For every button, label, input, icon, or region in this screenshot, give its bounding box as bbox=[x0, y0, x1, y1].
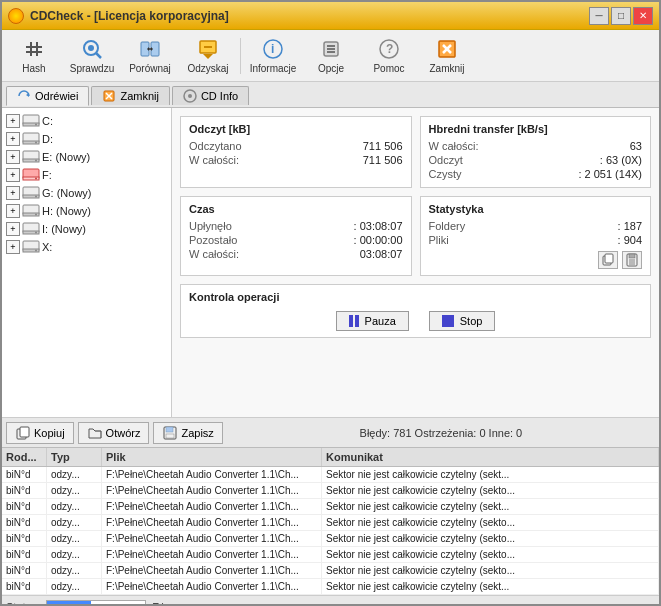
otworz-label: Otwórz bbox=[106, 427, 141, 439]
log-row-7[interactable]: biN°dodzy...F:\Pełne\Cheetah Audio Conve… bbox=[2, 579, 659, 595]
log-cell-plik-3: F:\Pełne\Cheetah Audio Converter 1.1\Ch.… bbox=[102, 515, 322, 530]
expand-d[interactable]: + bbox=[6, 132, 20, 146]
pomoc-button[interactable]: ? Pomoc bbox=[361, 33, 417, 79]
close-button[interactable]: ✕ bbox=[633, 7, 653, 25]
control-buttons: Pauza Stop bbox=[189, 311, 642, 331]
zamknij-icon bbox=[435, 37, 459, 61]
pomoc-icon: ? bbox=[377, 37, 401, 61]
tree-item-i[interactable]: + I: (Nowy) bbox=[2, 220, 171, 238]
log-cell-plik-4: F:\Pełne\Cheetah Audio Converter 1.1\Ch.… bbox=[102, 531, 322, 546]
tree-item-f[interactable]: + F: bbox=[2, 166, 171, 184]
svg-point-31 bbox=[188, 94, 192, 98]
log-cell-typ-0: odzy... bbox=[47, 467, 102, 482]
transfer-odczyt-row: Odczyt : 63 (0X) bbox=[429, 153, 643, 167]
pliki-value: : 904 bbox=[618, 234, 642, 246]
status-label: Status: bbox=[6, 601, 40, 607]
transfer-calosci-value: 63 bbox=[630, 140, 642, 152]
log-row-3[interactable]: biN°dodzy...F:\Pełne\Cheetah Audio Conve… bbox=[2, 515, 659, 531]
svg-point-55 bbox=[35, 250, 37, 252]
log-cell-plik-6: F:\Pełne\Cheetah Audio Converter 1.1\Ch.… bbox=[102, 563, 322, 578]
svg-line-5 bbox=[96, 53, 101, 58]
transfer-odczyt-value: : 63 (0X) bbox=[600, 154, 642, 166]
bottom-toolbar: Kopiuj Otwórz Zapisz Błędy: 781 Ostrzeże… bbox=[2, 418, 659, 448]
log-row-1[interactable]: biN°dodzy...F:\Pełne\Cheetah Audio Conve… bbox=[2, 483, 659, 499]
uplynelo-value: : 03:08:07 bbox=[354, 220, 403, 232]
tree-item-h[interactable]: + H: (Nowy) bbox=[2, 202, 171, 220]
hash-button[interactable]: Hash bbox=[6, 33, 62, 79]
tab-close-icon bbox=[102, 89, 116, 103]
stop-button[interactable]: Stop bbox=[429, 311, 496, 331]
svg-rect-57 bbox=[605, 254, 613, 263]
pozostalo-label: Pozostało bbox=[189, 234, 237, 246]
save-log-icon[interactable] bbox=[622, 251, 642, 269]
copy-log-icon[interactable] bbox=[598, 251, 618, 269]
log-cell-rod-5: biN°d bbox=[2, 547, 47, 562]
svg-rect-3 bbox=[36, 42, 38, 56]
kopiuj-button[interactable]: Kopiuj bbox=[6, 422, 74, 444]
expand-h[interactable]: + bbox=[6, 204, 20, 218]
minimize-button[interactable]: ─ bbox=[589, 7, 609, 25]
toolbar: Hash Sprawdzu Porównaj bbox=[2, 30, 659, 82]
col-plik: Plik bbox=[102, 448, 322, 466]
log-row-5[interactable]: biN°dodzy...F:\Pełne\Cheetah Audio Conve… bbox=[2, 547, 659, 563]
sprawdzu-button[interactable]: Sprawdzu bbox=[64, 33, 120, 79]
svg-rect-2 bbox=[30, 42, 32, 56]
svg-rect-0 bbox=[26, 46, 42, 48]
expand-i[interactable]: + bbox=[6, 222, 20, 236]
expand-c[interactable]: + bbox=[6, 114, 20, 128]
svg-point-49 bbox=[35, 214, 37, 216]
log-cell-plik-0: F:\Pełne\Cheetah Audio Converter 1.1\Ch.… bbox=[102, 467, 322, 482]
transfer-calosci-label: W całości: bbox=[429, 140, 479, 152]
opcje-button[interactable]: Opcje bbox=[303, 33, 359, 79]
drive-label-d: D: bbox=[42, 133, 53, 145]
expand-x[interactable]: + bbox=[6, 240, 20, 254]
porownaj-label: Porównaj bbox=[129, 63, 171, 74]
drive-label-c: C: bbox=[42, 115, 53, 127]
tree-item-g[interactable]: + G: (Nowy) bbox=[2, 184, 171, 202]
drive-icon-c bbox=[22, 114, 40, 128]
status-summary: Błędy: 781 Ostrzeżenia: 0 Inne: 0 bbox=[227, 427, 655, 439]
log-cell-rod-3: biN°d bbox=[2, 515, 47, 530]
log-row-6[interactable]: biN°dodzy...F:\Pełne\Cheetah Audio Conve… bbox=[2, 563, 659, 579]
tree-item-d[interactable]: + D: bbox=[2, 130, 171, 148]
maximize-button[interactable]: □ bbox=[611, 7, 631, 25]
tab-bar: Odréwiei Zamknij CD Info bbox=[2, 82, 659, 108]
log-row-4[interactable]: biN°dodzy...F:\Pełne\Cheetah Audio Conve… bbox=[2, 531, 659, 547]
drive-icon-h bbox=[22, 204, 40, 218]
zamknij-toolbar-button[interactable]: Zamknij bbox=[419, 33, 475, 79]
zapisz-button[interactable]: Zapisz bbox=[153, 422, 222, 444]
foldery-row: Foldery : 187 bbox=[429, 219, 643, 233]
porownaj-button[interactable]: Porównaj bbox=[122, 33, 178, 79]
stats-icons bbox=[429, 247, 643, 269]
log-row-0[interactable]: biN°dodzy...F:\Pełne\Cheetah Audio Conve… bbox=[2, 467, 659, 483]
tab-odrewiei[interactable]: Odréwiei bbox=[6, 86, 89, 106]
stop-icon bbox=[442, 315, 454, 327]
log-cell-rod-6: biN°d bbox=[2, 563, 47, 578]
log-cell-plik-2: F:\Pełne\Cheetah Audio Converter 1.1\Ch.… bbox=[102, 499, 322, 514]
refresh-icon bbox=[17, 89, 31, 103]
otworz-button[interactable]: Otwórz bbox=[78, 422, 150, 444]
svg-rect-67 bbox=[166, 434, 174, 438]
tab-cdinfo[interactable]: CD Info bbox=[172, 86, 249, 105]
uplynelo-label: Upłynęło bbox=[189, 220, 232, 232]
log-cell-typ-1: odzy... bbox=[47, 483, 102, 498]
log-row-2[interactable]: biN°dodzy...F:\Pełne\Cheetah Audio Conve… bbox=[2, 499, 659, 515]
status-path: F:\ bbox=[152, 601, 165, 607]
zapisz-label: Zapisz bbox=[181, 427, 213, 439]
expand-g[interactable]: + bbox=[6, 186, 20, 200]
log-table-header: Rod... Typ Plik Komunikat bbox=[2, 448, 659, 467]
odzyskaj-button[interactable]: Odzyskaj bbox=[180, 33, 236, 79]
opcje-icon bbox=[319, 37, 343, 61]
pause-button[interactable]: Pauza bbox=[336, 311, 409, 331]
tree-item-e[interactable]: + E: (Nowy) bbox=[2, 148, 171, 166]
expand-f[interactable]: + bbox=[6, 168, 20, 182]
informacje-button[interactable]: i Informacje bbox=[245, 33, 301, 79]
drive-icon-x bbox=[22, 240, 40, 254]
tree-item-c[interactable]: + C: bbox=[2, 112, 171, 130]
expand-e[interactable]: + bbox=[6, 150, 20, 164]
tree-item-x[interactable]: + X: bbox=[2, 238, 171, 256]
log-cell-komunikat-7: Sektor nie jest całkowicie czytelny (sek… bbox=[322, 579, 659, 594]
status-progress-bar bbox=[46, 600, 146, 607]
tab-zamknij[interactable]: Zamknij bbox=[91, 86, 170, 105]
opcje-label: Opcje bbox=[318, 63, 344, 74]
